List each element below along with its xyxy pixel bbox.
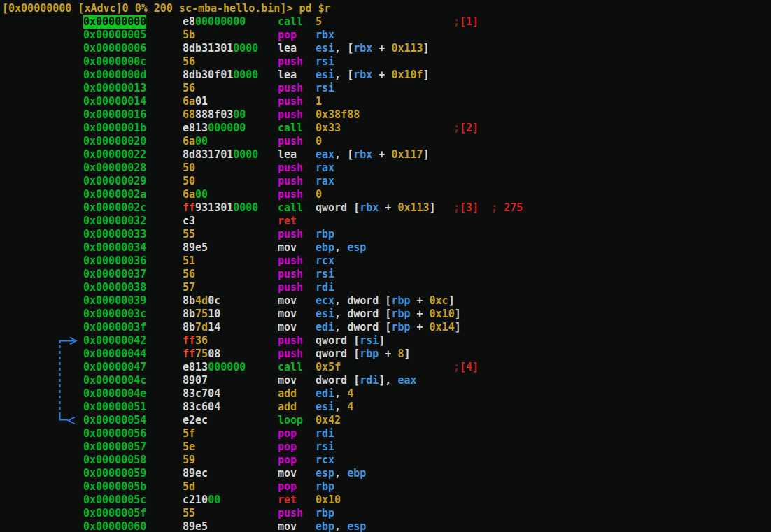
row-address: 0x00000058: [83, 454, 146, 467]
disasm-row: 0x000000055bpoprbx: [0, 29, 771, 42]
disasm-row: 0x0000001668888f0300push0x38f88: [0, 108, 771, 122]
row-bytes: 6a01: [183, 95, 208, 108]
row-bytes: c21000: [183, 494, 220, 507]
row-operands: rbp: [316, 507, 334, 520]
row-bytes: 8db313010000: [183, 42, 258, 55]
row-bytes: 5d: [183, 480, 195, 494]
row-address: 0x00000059: [83, 467, 146, 480]
row-operands: 0x5f: [316, 361, 341, 374]
row-operands: eax, [rbx + 0x117]: [316, 148, 430, 161]
disasm-row: 0x00000032c3ret: [0, 215, 771, 228]
row-mnemonic: mov: [278, 308, 297, 321]
row-bytes: 8b7510: [183, 308, 220, 321]
row-bytes: 89ec: [183, 467, 208, 480]
row-bytes: 8d8317010000: [183, 148, 258, 161]
disasm-row: 0x00000044ff7508pushqword [rbp + 8]: [0, 347, 771, 361]
row-operands: esi, [rbx + 0x113]: [316, 42, 430, 55]
disasm-listing: 0x00000000e800000000call5;[1]0x000000055…: [0, 15, 771, 532]
row-address: 0x00000013: [83, 82, 146, 95]
row-mnemonic: ret: [278, 494, 297, 507]
row-bytes: ff7508: [183, 347, 220, 361]
row-operands: esp, ebp: [316, 467, 366, 480]
row-operands: rcx: [316, 254, 334, 268]
disasm-row: 0x000000068db313010000leaesi, [rbx + 0x1…: [0, 42, 771, 55]
row-operands: 0x10: [316, 494, 341, 507]
row-bytes: 8db30f010000: [183, 69, 258, 82]
row-bytes: e813000000: [183, 122, 246, 135]
current-address: 0x00000000: [83, 15, 146, 29]
disasm-row: 0x0000003f8b7d14movedi, dword [rbp + 0x1…: [0, 321, 771, 334]
row-address: 0x00000006: [83, 42, 146, 55]
row-operands: qword [rsi]: [316, 334, 385, 347]
row-mnemonic: push: [278, 82, 303, 95]
row-bytes: 8907: [183, 374, 208, 387]
row-address: 0x00000016: [83, 108, 146, 122]
row-mnemonic: pop: [278, 454, 297, 467]
row-bytes: 5e: [183, 440, 195, 454]
row-mnemonic: call: [278, 122, 303, 135]
row-mnemonic: call: [278, 15, 303, 29]
row-mnemonic: lea: [278, 42, 297, 55]
row-bytes: ff36: [183, 334, 208, 347]
disasm-row: 0x0000004c8907movdword [rdi], eax: [0, 374, 771, 387]
row-operands: esi, dword [rbp + 0x10]: [316, 308, 461, 321]
disasm-row: 0x0000004e83c704addedi, 4: [0, 387, 771, 401]
row-operands: dword [rdi], eax: [316, 374, 417, 387]
row-mnemonic: push: [278, 254, 303, 268]
row-mnemonic: pop: [278, 29, 297, 42]
row-operands: 0x33: [316, 122, 341, 135]
row-bytes: 57: [183, 281, 195, 294]
row-operands: rcx: [316, 454, 334, 467]
disasm-row: 0x000000146a01push1: [0, 95, 771, 108]
row-mnemonic: add: [278, 387, 297, 401]
row-bytes: 6a00: [183, 135, 208, 148]
row-operands: ebp, esp: [316, 241, 366, 254]
row-bytes: 55: [183, 507, 195, 520]
disasm-row: 0x000000228d8317010000leaeax, [rbx + 0x1…: [0, 148, 771, 161]
row-operands: rax: [316, 161, 334, 175]
terminal-screen[interactable]: { "prompt": { "text": "[0x00000000 [xAdv…: [0, 0, 771, 532]
row-operands: qword [rbx + 0x113]: [316, 201, 436, 215]
row-mnemonic: push: [278, 95, 303, 108]
row-mnemonic: push: [278, 334, 303, 347]
row-mnemonic: mov: [278, 321, 297, 334]
row-address: 0x00000057: [83, 440, 146, 454]
disasm-row: 0x0000005989ecmovesp, ebp: [0, 467, 771, 480]
row-operands: ebp, esp: [316, 520, 366, 532]
row-address: 0x0000000c: [83, 55, 146, 69]
disasm-row: 0x00000054e2ecloop0x42: [0, 414, 771, 427]
disasm-row: 0x0000005b5dpoprbp: [0, 480, 771, 494]
row-address: 0x00000022: [83, 148, 146, 161]
command-prompt-line: [0x00000000 [xAdvc]0 0% 200 sc-mba-hello…: [2, 2, 331, 15]
row-bytes: 51: [183, 254, 195, 268]
disasm-row: 0x0000001356pushrsi: [0, 82, 771, 95]
row-address: 0x00000036: [83, 254, 146, 268]
row-address: 0x0000004e: [83, 387, 146, 401]
row-operands: 5: [316, 15, 322, 29]
row-mnemonic: push: [278, 268, 303, 281]
row-bytes: e813000000: [183, 361, 246, 374]
row-address: 0x0000003f: [83, 321, 146, 334]
row-operands: edi, 4: [316, 387, 353, 401]
disasm-row: 0x0000005f55pushrbp: [0, 507, 771, 520]
row-bytes: 83c604: [183, 401, 220, 414]
row-address: 0x00000028: [83, 161, 146, 175]
row-comment: ;[3] ; 275: [453, 201, 523, 215]
row-address: 0x00000047: [83, 361, 146, 374]
row-mnemonic: add: [278, 401, 297, 414]
row-bytes: 50: [183, 175, 195, 188]
row-operands: edi, dword [rbp + 0x14]: [316, 321, 461, 334]
row-operands: 0x42: [316, 414, 341, 427]
row-operands: rsi: [316, 55, 334, 69]
row-bytes: 56: [183, 55, 195, 69]
row-operands: ecx, dword [rbp + 0xc]: [316, 294, 455, 308]
row-mnemonic: push: [278, 135, 303, 148]
disasm-row: 0x0000006089e5movebp, esp: [0, 520, 771, 532]
row-address: 0x00000005: [83, 29, 146, 42]
row-mnemonic: push: [278, 347, 303, 361]
row-mnemonic: push: [278, 188, 303, 201]
disasm-row: 0x0000002cff9313010000callqword [rbx + 0…: [0, 201, 771, 215]
row-operands: 0: [316, 135, 322, 148]
row-mnemonic: pop: [278, 427, 297, 440]
disasm-row: 0x000000575epoprsi: [0, 440, 771, 454]
